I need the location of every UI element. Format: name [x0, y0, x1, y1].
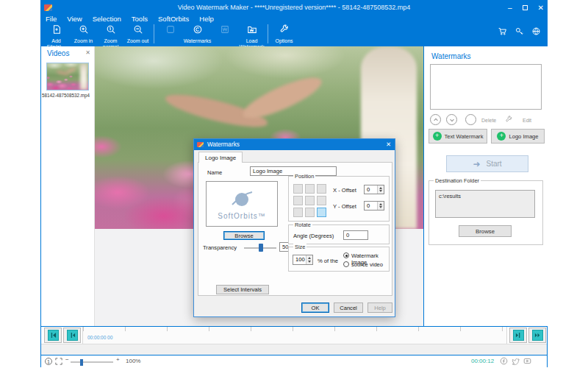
add-file-icon	[51, 24, 62, 38]
thumbnail-image	[47, 63, 88, 90]
w-badge-icon	[220, 24, 230, 38]
spinner-arrows[interactable]	[377, 202, 384, 210]
jump-end-button[interactable]	[528, 328, 546, 343]
edit-wrench-icon[interactable]	[505, 116, 513, 124]
softorbits-planet-icon	[229, 188, 254, 210]
position-top-right[interactable]	[317, 184, 326, 194]
cart-icon[interactable]	[498, 26, 507, 39]
move-up-button[interactable]	[430, 114, 441, 125]
menu-help[interactable]: Help	[199, 15, 214, 23]
zoom-in-button[interactable]: Zoom in	[70, 24, 97, 44]
zoom-slider-thumb[interactable]	[80, 359, 83, 366]
x-offset-label: X - Offset	[333, 187, 356, 194]
step-back-button[interactable]	[63, 328, 81, 343]
folder-w-icon	[247, 24, 257, 38]
move-down-button[interactable]	[446, 114, 457, 125]
destination-folder-title: Destination Folder	[434, 177, 481, 184]
maximize-button[interactable]	[523, 5, 528, 10]
logo-browse-button[interactable]: Browse	[223, 231, 265, 240]
position-top-center[interactable]	[305, 184, 315, 194]
screen: Video Watermark Maker - ****Unregistered…	[0, 0, 588, 368]
person-forearm	[239, 70, 326, 124]
position-bottom-center[interactable]	[305, 208, 315, 217]
step-forward-button[interactable]	[509, 328, 527, 343]
transparency-slider-thumb[interactable]	[259, 244, 263, 252]
menu-file[interactable]: File	[46, 15, 57, 23]
menu-softorbits[interactable]: SoftOrbits	[158, 15, 189, 23]
destination-browse-button[interactable]: Browse	[459, 225, 512, 237]
wrench-icon	[279, 24, 290, 38]
zoom-out-icon	[133, 24, 143, 38]
minimize-button[interactable]: –	[508, 4, 512, 12]
jump-start-button[interactable]	[44, 328, 62, 343]
size-spinner[interactable]: 100	[293, 255, 313, 265]
spinner-arrows[interactable]	[306, 255, 312, 264]
destination-path-field[interactable]: c:\results	[435, 190, 535, 218]
text-watermark-button[interactable]: + Text Watermark	[429, 129, 487, 144]
transparency-label: Transparency	[203, 244, 237, 251]
zoom-out-button[interactable]: Zoom out	[124, 24, 151, 44]
videos-panel-close-icon[interactable]: ✕	[85, 49, 90, 56]
stamp-icon	[165, 24, 176, 38]
key-icon[interactable]	[514, 26, 524, 39]
menu-view[interactable]: View	[67, 15, 82, 23]
twitter-icon[interactable]	[512, 357, 520, 367]
position-middle-center[interactable]	[305, 196, 315, 205]
timeline-timecode: 00:00:00 00	[87, 335, 112, 340]
zoom-plus-icon[interactable]: +	[116, 356, 120, 363]
dialog-titlebar[interactable]: Watermarks ✕	[194, 139, 395, 150]
video-filename[interactable]: 58142-487508532.mp4	[42, 93, 95, 98]
position-middle-left[interactable]	[293, 196, 303, 205]
radio-source-video-label[interactable]: source video	[351, 261, 383, 268]
zoom-slider[interactable]	[71, 361, 113, 363]
ok-button[interactable]: OK	[301, 302, 329, 313]
close-button[interactable]: ✕	[538, 4, 544, 12]
zoom-normal-button[interactable]: Zoom normal	[97, 24, 124, 49]
radio-watermark-image[interactable]	[343, 252, 349, 258]
logo-image-button[interactable]: + Logo Image	[491, 129, 545, 144]
position-top-left[interactable]	[293, 184, 303, 194]
size-group: Size 100 % of the Watermark Image source…	[288, 247, 390, 272]
position-group: Position X - Offset 0 Y - Offset	[288, 176, 390, 222]
load-watermark-button[interactable]: Load Watermark	[238, 24, 265, 49]
zoom-normal-status-icon[interactable]: 1	[45, 358, 52, 365]
radio-source-video[interactable]	[343, 261, 349, 267]
cancel-button[interactable]: Cancel	[334, 302, 363, 313]
options-button[interactable]: Options	[270, 24, 298, 44]
dialog-icon	[197, 142, 204, 147]
start-button[interactable]: ➜ Start	[446, 155, 528, 172]
edit-label[interactable]: Edit	[523, 118, 531, 123]
tab-logo-image[interactable]: Logo Image	[198, 152, 243, 163]
menubar: File View Selection Tools SoftOrbits Hel…	[46, 14, 214, 24]
softorbits-logo-text: SoftOrbits™	[218, 212, 265, 220]
delete-label[interactable]: Delete	[481, 118, 496, 123]
menu-tools[interactable]: Tools	[132, 15, 148, 23]
watermarks-button[interactable]: Watermarks	[184, 24, 211, 44]
select-intervals-button[interactable]: Select Intervals	[216, 285, 269, 294]
position-bottom-right[interactable]	[317, 208, 326, 217]
transparency-slider[interactable]	[244, 247, 276, 249]
spinner-arrows[interactable]	[377, 185, 384, 194]
x-offset-spinner[interactable]: 0	[364, 185, 384, 194]
y-offset-spinner[interactable]: 0	[364, 201, 384, 210]
angle-input[interactable]: 0	[343, 230, 368, 240]
plus-icon: +	[433, 132, 442, 141]
position-bottom-left[interactable]	[293, 208, 303, 217]
titlebar[interactable]: Video Watermark Maker - ****Unregistered…	[41, 1, 547, 14]
globe-icon[interactable]	[531, 26, 541, 39]
logo-preview: SoftOrbits™	[206, 181, 278, 227]
timeline-ruler[interactable]: 00:00:00 00	[82, 327, 507, 344]
dialog-close-button[interactable]: ✕	[386, 141, 391, 148]
youtube-icon[interactable]	[523, 357, 531, 367]
zoom-minus-icon[interactable]: −	[65, 356, 69, 363]
menu-selection[interactable]: Selection	[93, 15, 121, 23]
toolbar-right-icons	[498, 26, 541, 39]
facebook-icon[interactable]	[500, 357, 508, 367]
watermarks-list[interactable]	[430, 64, 542, 110]
position-middle-right[interactable]	[317, 196, 326, 205]
delete-icon[interactable]	[465, 114, 476, 125]
timeline-scrollbar[interactable]	[41, 344, 547, 355]
video-thumbnail[interactable]	[46, 63, 89, 91]
fit-to-window-icon[interactable]	[55, 358, 62, 367]
add-files-button[interactable]: Add File(s)...	[43, 24, 70, 49]
